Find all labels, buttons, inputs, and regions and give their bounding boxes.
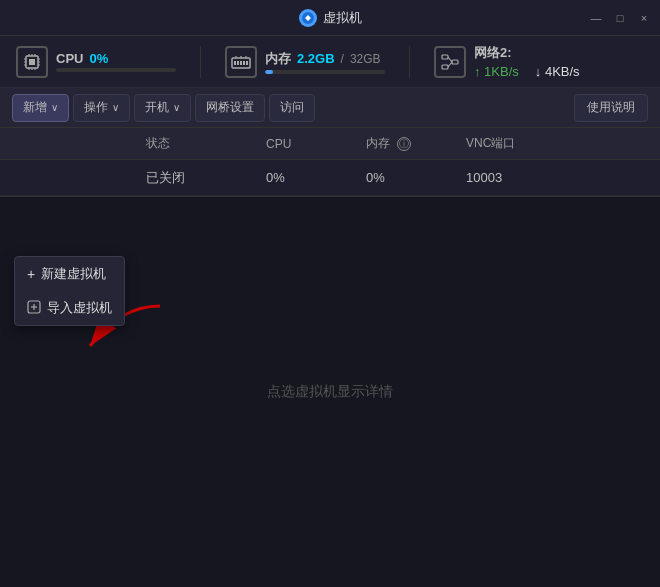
new-vm-item[interactable]: + 新建虚拟机 [15,257,124,291]
new-dropdown-menu: + 新建虚拟机 导入虚拟机 [14,256,125,326]
operate-chevron-icon: ∨ [112,102,119,113]
app-title: 虚拟机 [323,9,362,27]
divider-2 [409,46,410,78]
detail-placeholder: 点选虚拟机显示详情 [267,383,393,401]
memory-total-val: 32GB [350,52,381,66]
maximize-button[interactable]: □ [612,10,628,26]
network-stat: 网络2: ↑ 1KB/s ↓ 4KB/s [434,44,580,79]
cpu-info: CPU 0% [56,51,176,72]
stats-bar: CPU 0% 内存 [0,36,660,88]
svg-rect-26 [452,60,458,64]
th-vnc: VNC端口 [458,135,558,152]
svg-rect-20 [246,61,248,65]
import-vm-icon [27,300,41,317]
row-vnc: 10003 [458,170,558,185]
divider-1 [200,46,201,78]
main-content: + 新建虚拟机 导入虚拟机 [0,128,660,587]
row-memory: 0% [358,170,458,185]
power-chevron-icon: ∨ [173,102,180,113]
bridge-button[interactable]: 网桥设置 [195,94,265,122]
toolbar: 新增 ∨ 操作 ∨ 开机 ∨ 网桥设置 访问 使用说明 [0,88,660,128]
svg-line-27 [448,57,452,62]
svg-rect-18 [240,61,242,65]
power-button-label: 开机 [145,99,169,116]
help-button-label: 使用说明 [587,99,635,116]
svg-rect-17 [237,61,239,65]
network-down: ↓ 4KB/s [535,64,580,79]
th-cpu: CPU [258,137,358,151]
th-status: 状态 [138,135,258,152]
memory-icon [225,46,257,78]
new-vm-icon: + [27,266,35,282]
cpu-icon [16,46,48,78]
memory-info: 内存 2.2GB / 32GB [265,50,385,74]
memory-label: 内存 [265,50,291,68]
close-button[interactable]: × [636,10,652,26]
svg-line-28 [448,62,452,67]
cpu-bar [56,68,176,72]
memory-stat: 内存 2.2GB / 32GB [225,46,385,78]
table-header: 状态 CPU 内存 ⓘ VNC端口 [0,128,660,160]
access-button[interactable]: 访问 [269,94,315,122]
bridge-button-label: 网桥设置 [206,99,254,116]
svg-rect-19 [243,61,245,65]
table-row[interactable]: 已关闭 0% 0% 10003 [0,160,660,196]
window-controls[interactable]: — □ × [588,10,652,26]
svg-rect-25 [442,65,448,69]
titlebar-title: 虚拟机 [299,9,362,27]
memory-info-icon[interactable]: ⓘ [397,137,411,151]
svg-rect-24 [442,55,448,59]
app-icon [299,9,317,27]
new-chevron-icon: ∨ [51,102,58,113]
cpu-value: 0% [89,51,108,66]
operate-button[interactable]: 操作 ∨ [73,94,130,122]
cpu-label: CPU [56,51,83,66]
power-button[interactable]: 开机 ∨ [134,94,191,122]
help-button[interactable]: 使用说明 [574,94,648,122]
access-button-label: 访问 [280,99,304,116]
import-vm-label: 导入虚拟机 [47,299,112,317]
titlebar: 虚拟机 — □ × [0,0,660,36]
network-label: 网络2: [474,44,580,62]
memory-bar-fill [265,70,273,74]
memory-total: / [341,52,344,66]
svg-rect-2 [29,59,35,65]
import-vm-item[interactable]: 导入虚拟机 [15,291,124,325]
cpu-stat: CPU 0% [16,46,176,78]
new-button[interactable]: 新增 ∨ [12,94,69,122]
memory-bar [265,70,385,74]
row-cpu: 0% [258,170,358,185]
network-info: 网络2: ↑ 1KB/s ↓ 4KB/s [474,44,580,79]
vm-table: 状态 CPU 内存 ⓘ VNC端口 已关闭 0% 0% 10003 [0,128,660,197]
svg-rect-16 [234,61,236,65]
operate-button-label: 操作 [84,99,108,116]
th-memory: 内存 ⓘ [358,135,458,152]
memory-used: 2.2GB [297,51,335,66]
new-button-label: 新增 [23,99,47,116]
network-icon [434,46,466,78]
row-status: 已关闭 [138,169,258,187]
minimize-button[interactable]: — [588,10,604,26]
new-vm-label: 新建虚拟机 [41,265,106,283]
network-up: ↑ 1KB/s [474,64,519,79]
